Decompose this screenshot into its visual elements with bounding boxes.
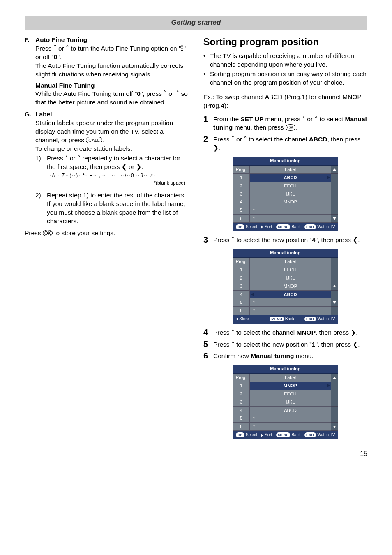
text: . — [356, 329, 357, 336]
menu-badge: MENU — [276, 224, 291, 229]
osd-title: Manual tuning — [233, 249, 338, 258]
text: or — [305, 116, 314, 123]
step-body: Press ˄ to select the channel MNOP, then… — [213, 328, 367, 337]
text: Back — [291, 432, 300, 437]
osd-prog: 1 — [233, 174, 250, 182]
up-chevron-icon: ˄ — [244, 136, 247, 143]
osd-scroll — [331, 307, 338, 315]
osd-scroll — [331, 390, 338, 398]
substep-body: Press ˅ or ˄ repeatedly to select a char… — [47, 154, 189, 171]
osd-label: MNOP — [250, 198, 331, 206]
table-row: 3MNOP — [233, 282, 338, 291]
osd-scroll — [331, 398, 338, 407]
text: to select the new position " — [235, 341, 312, 348]
osd-scroll — [331, 258, 338, 266]
step-number: 3 — [203, 235, 213, 245]
text: to select the channel — [235, 329, 297, 336]
osd-scroll — [331, 198, 338, 206]
step-number: 2 — [203, 134, 213, 153]
manual-fine-tuning-text: While the Auto Fine Tuning turn off "0",… — [35, 90, 189, 107]
bullet-icon: • — [203, 70, 210, 87]
down-chevron-icon: ˅ — [65, 155, 68, 162]
text: Watch TV — [317, 432, 335, 437]
osd-header-row: Prog. Label — [233, 258, 338, 266]
section-g: G. Label Station labels appear under the… — [25, 110, 189, 226]
triangle-right-icon — [261, 225, 263, 229]
osd-label-header: Label — [250, 166, 331, 174]
text: or — [68, 155, 77, 162]
osd-footer: Store MENUBack EXITWatch TV — [233, 315, 338, 324]
triangle-right-icon — [261, 434, 263, 437]
page: Getting started F. Auto Fine Tuning Pres… — [0, 0, 392, 470]
bullet-1: • The TV is capable of receiving a numbe… — [203, 52, 367, 69]
osd-prog: 5 — [233, 414, 250, 423]
osd-scroll — [331, 274, 338, 282]
footer-item: Sort — [261, 224, 272, 230]
osd-label-header: Label — [250, 374, 331, 382]
text: ". — [57, 53, 61, 60]
down-chevron-icon: ˅ — [302, 116, 305, 123]
example-text: Ex.: To swap channel ABCD (Prog.1) for c… — [203, 93, 367, 110]
table-row: 1MNOP — [233, 382, 338, 390]
osd-label-header: Label — [250, 258, 331, 266]
section-body: Label Station labels appear under the pr… — [35, 110, 189, 226]
text: While the Auto Fine Tuning turn off " — [35, 90, 137, 97]
exit-badge: EXIT — [304, 317, 316, 321]
footer-item: MENUBack — [270, 316, 294, 322]
osd-scroll — [331, 174, 338, 182]
triangle-up-icon — [333, 168, 336, 171]
text: Press — [213, 341, 231, 348]
text: . — [219, 144, 220, 151]
section-letter: G. — [25, 110, 35, 226]
step-6: 6 Confirm new Manual tuning menu. — [203, 351, 367, 361]
ok-button-label: OK — [286, 124, 295, 131]
osd-scroll — [331, 282, 338, 291]
triangle-down-icon — [333, 301, 336, 304]
character-sequence: →A-↔Z↔(↔)↔*↔+↔ , ↔ - ↔ . ↔/↔0-↔9↔⎵*← — [47, 172, 189, 179]
up-chevron-icon: ˄ — [66, 45, 69, 52]
exit-badge: EXIT — [304, 224, 316, 229]
osd-title: Manual tuning — [233, 157, 338, 166]
text: Select — [246, 432, 257, 437]
text: Watch TV — [317, 224, 335, 229]
osd-scroll — [331, 182, 338, 190]
step-body: From the SET UP menu, press ˅ or ˄ to se… — [213, 114, 367, 132]
osd-scroll — [331, 414, 338, 423]
down-chevron-icon: ˅ — [231, 236, 235, 244]
triangle-right-icon — [327, 176, 330, 179]
step-number: 1 — [203, 114, 213, 132]
mnop-label: MNOP — [296, 329, 316, 336]
text: Press — [213, 136, 231, 143]
table-row: 4ABCD — [233, 291, 338, 299]
label-heading: Label — [35, 110, 189, 119]
bullet-text: The TV is capable of receiving a number … — [210, 52, 367, 69]
section-letter: F. — [25, 36, 35, 107]
footer-item: OKSelect — [236, 224, 257, 230]
text: Press — [213, 236, 231, 243]
osd-nosignal-icon: ✶ — [250, 307, 331, 315]
osd-nosignal-icon: ✶ — [250, 414, 331, 423]
osd-prog: 1 — [233, 382, 250, 390]
triangle-up-icon — [333, 285, 336, 287]
text: menu. — [294, 352, 313, 359]
osd-table-2: Manual tuning Prog. Label 1EFGH 2IJKL 3M… — [233, 249, 338, 323]
bullet-2: • Sorting program position is an easy wa… — [203, 70, 367, 87]
step-2: 2 Press ˅ or ˄ to select the channel ABC… — [203, 134, 367, 153]
text: . — [358, 341, 360, 348]
step-4: 4 Press ˄ to select the channel MNOP, th… — [203, 328, 367, 337]
osd-label: EFGH — [250, 182, 331, 190]
text: From the — [213, 116, 240, 123]
table-row: 2IJKL — [233, 274, 338, 282]
page-number: 15 — [25, 449, 367, 458]
osd-prog-header: Prog. — [233, 258, 250, 266]
osd-nosignal-icon: ✶ — [250, 206, 331, 215]
text: ", then press — [315, 236, 353, 243]
text: Press — [35, 45, 53, 52]
osd-prog-header: Prog. — [233, 166, 250, 174]
table-row: 1 ABCD — [233, 174, 338, 182]
text: . — [141, 163, 143, 170]
text: Back — [285, 317, 294, 321]
text: , then press — [316, 329, 350, 336]
step-body: Press ˅ or ˄ to select the channel ABCD,… — [213, 134, 367, 153]
text: ABCD — [284, 175, 297, 180]
